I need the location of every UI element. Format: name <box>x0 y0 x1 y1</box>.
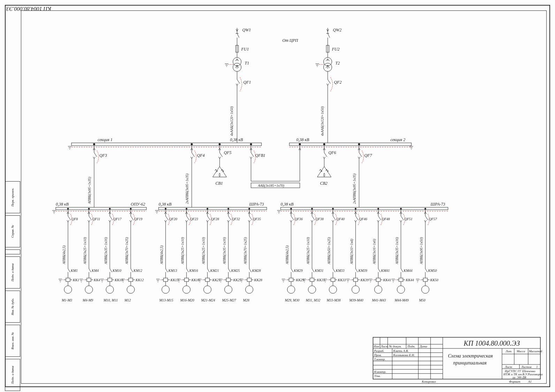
panel-bus-3 <box>281 207 448 210</box>
svg-text:Изм: Изм <box>373 345 379 348</box>
svg-text:QF40: QF40 <box>336 217 344 221</box>
svg-text:принципиальная: принципиальная <box>453 360 487 366</box>
svg-text:QF48: QF48 <box>382 217 390 221</box>
svg-text:М4-М9: М4-М9 <box>82 298 93 302</box>
svg-text:QF4: QF4 <box>197 153 205 158</box>
svg-text:Формат: Формат <box>509 380 520 383</box>
busbar-section1 <box>71 143 261 146</box>
svg-text:М50: М50 <box>419 298 425 302</box>
svg-text:КК12: КК12 <box>135 278 144 282</box>
svg-text:Калмыкова Е.Н.: Калмыкова Е.Н. <box>393 353 415 357</box>
feeder-qfb1: QFB1 ААБ(3х185+1х70) <box>250 143 301 188</box>
svg-text:QF32: QF32 <box>232 217 240 221</box>
svg-text:КК33: КК33 <box>337 278 346 282</box>
svg-text:2хАПВБ(3х95+1х35): 2хАПВБ(3х95+1х35) <box>352 174 357 204</box>
panel-bus-1 <box>56 207 146 210</box>
svg-point-71 <box>250 143 252 145</box>
svg-text:QF20: QF20 <box>169 217 177 221</box>
side-label: Подп. и дата <box>11 263 14 281</box>
svg-point-99 <box>67 208 69 210</box>
svg-text:КК1: КК1 <box>73 278 79 282</box>
svg-text:Лист: Лист <box>380 345 388 348</box>
svg-text:QF46: QF46 <box>359 217 367 221</box>
load-branch: QF38АПВБ(3х25+1х10)КМ31КК31М31, М32 <box>303 208 325 302</box>
svg-text:КМ44: КМ44 <box>403 269 412 272</box>
svg-text:А1: А1 <box>528 380 532 383</box>
load-branch: QF57АПВБ(3х95+1х50)КМ50КК50М50 <box>416 208 438 302</box>
svg-text:ШРА-73: ШРА-73 <box>249 202 264 207</box>
svg-text:АПВБ(3х16+1х6): АПВБ(3х16+1х6) <box>372 239 377 264</box>
load-branch: QF32АПВБ(3х35+1х16)КМ25КК25М25-М27 <box>219 208 241 302</box>
svg-text:КК50: КК50 <box>430 278 438 282</box>
svg-text:КК10: КК10 <box>114 278 123 282</box>
svg-text:КМ33: КМ33 <box>335 269 344 272</box>
source-label: От ЦРП <box>282 38 298 43</box>
svg-text:КК29: КК29 <box>296 278 304 282</box>
svg-text:АПВБ(3х95+1х50): АПВБ(3х95+1х50) <box>419 237 424 264</box>
svg-point-85 <box>358 143 360 145</box>
svg-text:АПВБ(3х50+1х25): АПВБ(3х50+1х25) <box>327 237 331 264</box>
svg-text:АПВБ(3х25+1х10): АПВБ(3х25+1х10) <box>83 237 87 264</box>
svg-text:М21-М24: М21-М24 <box>201 298 215 302</box>
svg-point-176 <box>228 208 229 210</box>
svg-point-209 <box>311 208 313 210</box>
load-branch: QF23АПВБ(3х25+1х10)КМ16КК16М16-М20 <box>177 208 199 302</box>
svg-text:QF8: QF8 <box>71 217 78 221</box>
svg-text:КК39: КК39 <box>360 278 368 282</box>
load-branch: QF8АПВБ(4х2,5)КМ1КК1М1-М3 <box>59 208 79 302</box>
svg-text:QF17: QF17 <box>113 217 122 221</box>
svg-text:0,38 кВ: 0,38 кВ <box>296 137 310 142</box>
load-branch: QF17АПВБ(3х35+1х16)КМ10КК10М10, М11 <box>100 208 123 302</box>
svg-text:КК21: КК21 <box>212 278 220 282</box>
svg-text:АПВБ(4х2,5): АПВБ(4х2,5) <box>285 245 289 264</box>
svg-point-165 <box>207 208 208 210</box>
svg-text:Пров.: Пров. <box>374 353 382 357</box>
svg-text:М39-М40: М39-М40 <box>349 298 363 302</box>
svg-text:QF5: QF5 <box>224 150 231 155</box>
svg-text:М29, М30: М29, М30 <box>284 298 299 302</box>
svg-text:АПВБ(3х70+1х25): АПВБ(3х70+1х25) <box>125 237 129 264</box>
svg-text:М25-М27: М25-М27 <box>222 298 236 302</box>
svg-text:QF11: QF11 <box>92 217 100 221</box>
svg-text:QF36: QF36 <box>295 217 303 221</box>
svg-text:АПВБ(3х35+1х16): АПВБ(3х35+1х16) <box>104 237 108 264</box>
svg-text:QW2: QW2 <box>333 28 342 32</box>
load-branch: QF40АПВБ(3х50+1х25)КМ33КК33М33-М38 <box>324 208 346 302</box>
svg-point-132 <box>130 208 132 210</box>
svg-text:QF23: QF23 <box>190 217 198 221</box>
svg-point-80 <box>323 143 325 145</box>
load-branch: QF28АПВБ(3х25+1х10)КМ21КК21М21-М24 <box>198 208 220 302</box>
svg-text:М13-М15: М13-М15 <box>159 298 173 302</box>
load-branch: QF35АПВБ(3х70+1х25)КМ28КК28М28 <box>240 208 262 302</box>
title-block: Изм Лист № докум. Подп. Дата Разраб. Кме… <box>373 337 543 379</box>
svg-point-77 <box>299 143 301 145</box>
svg-text:QF2: QF2 <box>334 80 342 85</box>
svg-text:АПВБ(3х35+1х16): АПВБ(3х35+1х16) <box>222 237 227 264</box>
feeder-qf5: QF5 СВ1 <box>213 143 231 186</box>
svg-text:АПВБ(3х25+1х10): АПВБ(3х25+1х10) <box>306 237 310 264</box>
svg-text:КМ21: КМ21 <box>210 269 219 272</box>
svg-text:2хАПВБ(3х95+1х35): 2хАПВБ(3х95+1х35) <box>185 174 189 204</box>
busbar-section2 <box>289 143 411 146</box>
svg-text:QF1: QF1 <box>243 80 251 85</box>
svg-text:QF35: QF35 <box>253 217 261 221</box>
svg-point-198 <box>290 208 292 210</box>
svg-text:КК31: КК31 <box>317 278 325 282</box>
svg-text:Листов: Листов <box>521 365 532 369</box>
svg-text:КК41: КК41 <box>383 278 391 282</box>
svg-text:АПВБ(3х25+1х10): АПВБ(3х25+1х10) <box>181 237 185 264</box>
svg-point-253 <box>400 208 402 210</box>
svg-text:КМ1: КМ1 <box>70 269 78 272</box>
svg-text:М10, М11: М10, М11 <box>103 298 118 302</box>
svg-text:М28: М28 <box>243 298 249 302</box>
svg-point-61 <box>191 143 193 145</box>
load-branch: QF46АПВБ(3х10+1х4)КМ39КК39М39-М40 <box>346 208 368 302</box>
svg-point-187 <box>249 208 250 210</box>
svg-text:0,38 кВ: 0,38 кВ <box>56 202 69 207</box>
load-branch: QF11АПВБ(3х25+1х10)КМ4КК4М4-М9 <box>79 208 100 302</box>
svg-text:Копировал: Копировал <box>421 380 436 383</box>
svg-text:АПВБ(4х2,5): АПВБ(4х2,5) <box>62 245 66 264</box>
svg-text:АПВБ(3х70+1х25): АПВБ(3х70+1х25) <box>243 237 248 264</box>
svg-text:Масса: Масса <box>516 349 525 353</box>
svg-point-231 <box>355 208 357 210</box>
